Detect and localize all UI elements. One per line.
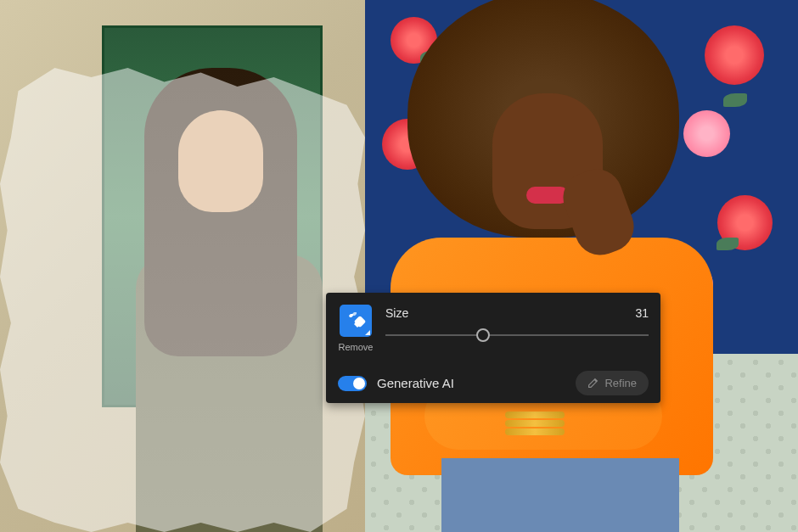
refine-button[interactable]: Refine	[576, 371, 649, 395]
remove-tool-panel: Remove Size 31 Generative AI Refine	[326, 293, 660, 403]
remove-tool-icon[interactable]	[340, 305, 372, 337]
tool-label: Remove	[339, 342, 374, 352]
slider-thumb[interactable]	[476, 328, 490, 342]
size-label: Size	[385, 306, 408, 320]
pencil-icon	[587, 378, 598, 389]
tool-options-indicator	[365, 330, 370, 335]
size-value[interactable]: 31	[635, 306, 649, 320]
size-slider[interactable]	[385, 328, 649, 342]
removal-selection-mask	[0, 68, 365, 532]
generative-ai-toggle[interactable]	[338, 376, 367, 391]
foreground-person	[357, 0, 739, 532]
generative-ai-label: Generative AI	[377, 376, 454, 390]
refine-label: Refine	[604, 377, 637, 389]
